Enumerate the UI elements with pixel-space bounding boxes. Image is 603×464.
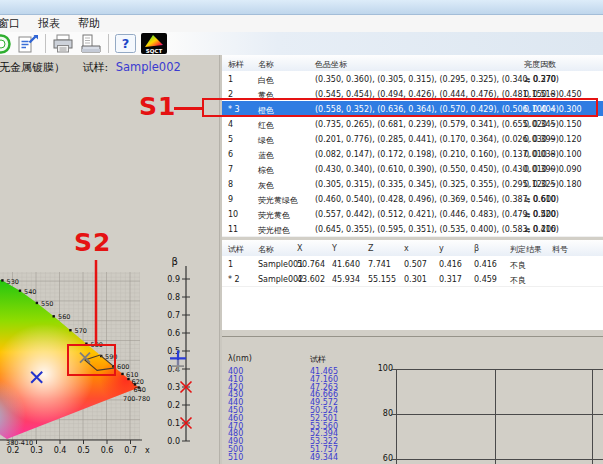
sample-caption: 试样: <box>83 61 109 74</box>
table-row[interactable]: 8灰色(0.305, 0.315), (0.335, 0.345), (0.32… <box>222 176 603 192</box>
table-row[interactable]: 6蓝色(0.082, 0.147), (0.172, 0.198), (0.21… <box>222 146 603 162</box>
col-x: x <box>404 244 409 253</box>
cell-coords: (0.557, 0.442), (0.512, 0.421), (0.446, … <box>315 210 559 219</box>
s1-highlight-box <box>202 98 598 117</box>
export-report-icon[interactable] <box>16 33 40 55</box>
svg-text:0.2: 0.2 <box>167 401 180 410</box>
cell-result: 不良 <box>510 275 526 286</box>
menu-bar: 窗口 报表 帮助 <box>0 15 603 32</box>
wavelength-header: λ(nm) <box>228 354 252 363</box>
annotation-s1: S1 <box>139 92 176 121</box>
sqct-icon[interactable]: SQCT <box>141 33 167 55</box>
cell-coords: (0.082, 0.147), (0.172, 0.198), (0.210, … <box>315 150 559 159</box>
svg-text:570: 570 <box>75 327 87 335</box>
y-tick-60: 60 <box>371 454 393 463</box>
current-sample-name: Sample002 <box>116 60 181 74</box>
col-coords: 色品坐标 <box>315 59 347 70</box>
cell-coords: (0.350, 0.360), (0.305, 0.315), (0.295, … <box>315 75 559 84</box>
table-row[interactable]: 5绿色(0.201, 0.776), (0.285, 0.441), (0.17… <box>222 131 603 147</box>
svg-text:0.0: 0.0 <box>167 437 180 446</box>
help-icon[interactable]: ? <box>114 33 137 55</box>
table-row[interactable]: * 2Sample00243.60245.93455.1550.3010.317… <box>222 271 603 287</box>
svg-text:0.9: 0.9 <box>167 275 180 284</box>
cell-coords: (0.735, 0.265), (0.681, 0.239), (0.579, … <box>315 120 559 129</box>
svg-text:0.3: 0.3 <box>30 446 43 455</box>
svg-text:0.3: 0.3 <box>167 383 180 392</box>
standards-table: 标样 名称 色品坐标 亮度因数 1白色(0.350, 0.360), (0.30… <box>222 55 603 236</box>
toolbar-separator <box>45 34 46 53</box>
tool-bar: ? SQCT <box>0 32 603 56</box>
cell-id: 1 <box>228 260 233 269</box>
table-row[interactable]: 1Sample00150.76441.6407.7410.5070.4160.4… <box>222 256 603 272</box>
svg-text:0.7: 0.7 <box>124 446 137 455</box>
cell-name: 蓝色 <box>258 150 274 161</box>
cell-Y: 41.640 <box>332 260 360 269</box>
cell-x: 0.301 <box>404 275 427 284</box>
cell-factor: ≥ 0.400 <box>524 210 556 219</box>
measure-icon[interactable] <box>0 33 12 55</box>
cell-id: 10 <box>228 210 238 219</box>
print-icon[interactable] <box>51 33 75 55</box>
col-X: X <box>297 244 302 253</box>
table-row[interactable]: 1白色(0.350, 0.360), (0.305, 0.315), (0.29… <box>222 71 603 87</box>
sample-column-header: 试样 <box>310 354 326 365</box>
svg-text:SQCT: SQCT <box>146 47 163 53</box>
cell-coords: (0.645, 0.355), (0.595, 0.351), (0.535, … <box>315 225 559 234</box>
samples-table-header: 试样 名称 X Y Z x y β 判定结果 料号 <box>222 240 603 257</box>
cell-y: 0.416 <box>439 260 462 269</box>
svg-text:0.4: 0.4 <box>54 446 67 455</box>
cell-x: 0.507 <box>404 260 427 269</box>
standards-table-header: 标样 名称 色品坐标 亮度因数 <box>222 55 603 72</box>
svg-text:700-780: 700-780 <box>123 395 150 403</box>
cell-factor: 0.020 ~ 0.150 <box>524 120 582 129</box>
cell-id: 7 <box>228 165 233 174</box>
cell-coords: (0.460, 0.540), (0.428, 0.496), (0.369, … <box>315 195 559 204</box>
cell-name: 荧光黄色 <box>258 210 290 221</box>
svg-text:0.6: 0.6 <box>167 329 180 338</box>
y-tick-80: 80 <box>371 409 393 418</box>
svg-text:550: 550 <box>41 300 53 308</box>
menu-report[interactable]: 报表 <box>29 16 69 31</box>
cell-name: 灰色 <box>258 180 274 191</box>
table-row[interactable]: 10荧光黄色(0.557, 0.442), (0.512, 0.421), (0… <box>222 206 603 222</box>
table-row[interactable]: 4红色(0.735, 0.265), (0.681, 0.239), (0.57… <box>222 116 603 132</box>
cell-name: 荧光黄绿色 <box>258 195 298 206</box>
svg-text:0.7: 0.7 <box>167 311 180 320</box>
cell-factor: 0.010 ~ 0.100 <box>524 150 582 159</box>
menu-help[interactable]: 帮助 <box>69 16 109 31</box>
table-row[interactable]: 7棕色(0.430, 0.340), (0.610, 0.390), (0.55… <box>222 161 603 177</box>
cell-factor: ≥ 0.200 <box>524 225 556 234</box>
samples-table: 试样 名称 X Y Z x y β 判定结果 料号 1Sample00150.7… <box>222 240 603 330</box>
svg-text:0.1: 0.1 <box>167 419 180 428</box>
svg-text:0.2: 0.2 <box>7 446 20 455</box>
annotation-s2: S2 <box>74 228 111 257</box>
cell-coords: (0.201, 0.776), (0.285, 0.441), (0.170, … <box>315 135 559 144</box>
col-result: 判定结果 <box>510 244 542 255</box>
cell-name: 荧光橙色 <box>258 225 290 236</box>
cell-y: 0.317 <box>439 275 462 284</box>
table-row[interactable]: 11荧光橙色(0.645, 0.355), (0.595, 0.351), (0… <box>222 221 603 237</box>
col-part: 料号 <box>552 244 568 255</box>
cell-id: 6 <box>228 150 233 159</box>
cell-name: 绿色 <box>258 135 274 146</box>
svg-text:0.8: 0.8 <box>167 293 180 302</box>
col-y: y <box>439 244 444 253</box>
cell-id: 9 <box>228 195 233 204</box>
menu-window[interactable]: 窗口 <box>0 16 29 31</box>
cell-beta: 0.416 <box>474 260 497 269</box>
table-row[interactable]: 9荧光黄绿色(0.460, 0.540), (0.428, 0.496), (0… <box>222 191 603 207</box>
col-name: 名称 <box>258 244 274 255</box>
cell-factor: ≥ 0.270 <box>524 75 556 84</box>
cell-result: 不良 <box>510 260 526 271</box>
print-preview-icon[interactable] <box>79 33 103 55</box>
cell-factor: 0.030 ~ 0.120 <box>524 135 582 144</box>
col-factor: 亮度因数 <box>524 59 556 70</box>
svg-text:540: 540 <box>24 288 36 296</box>
sample-header-row: （无金属镀膜） 试样: Sample002 <box>0 60 181 75</box>
s1-leader-line <box>174 107 202 110</box>
svg-text:0.5: 0.5 <box>77 446 90 455</box>
cell-coords: (0.305, 0.315), (0.335, 0.345), (0.325, … <box>315 180 559 189</box>
svg-text:620: 620 <box>132 378 144 386</box>
app-window: 窗口 报表 帮助 ? SQCT （无金属 <box>0 0 603 464</box>
title-bar[interactable] <box>0 0 603 15</box>
